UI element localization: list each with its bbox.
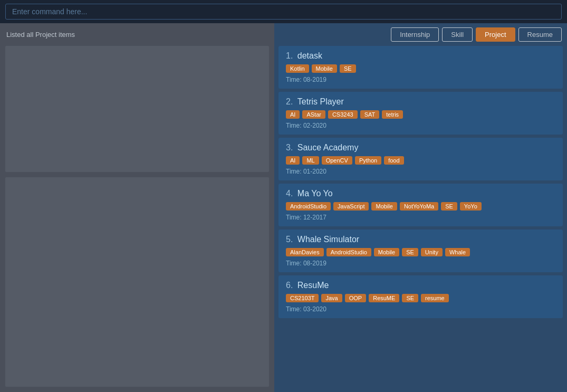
project-time-4: Time: 12-2017 bbox=[286, 214, 555, 221]
project-title-2: 2. Tetris Player bbox=[286, 97, 555, 107]
tag-sat: SAT bbox=[360, 110, 380, 119]
tag-row-3: AIMLOpenCVPythonfood bbox=[286, 156, 555, 165]
tag-astar: AStar bbox=[302, 110, 325, 119]
tag-yoyo: YoYo bbox=[460, 202, 482, 211]
tag-java: Java bbox=[321, 294, 342, 302]
tag-opencv: OpenCV bbox=[322, 156, 352, 165]
tag-se: SE bbox=[402, 248, 418, 256]
tag-row-2: AIAStarCS3243SATtetris bbox=[286, 110, 555, 119]
tag-python: Python bbox=[355, 156, 381, 165]
left-box-top bbox=[5, 46, 269, 172]
tag-row-6: CS2103TJavaOOPResuMESEresume bbox=[286, 294, 555, 302]
tag-tetris: tetris bbox=[382, 110, 403, 119]
tag-food: food bbox=[384, 156, 403, 165]
project-title-1: 1. detask bbox=[286, 51, 555, 61]
tag-se: SE bbox=[441, 202, 457, 211]
tag-resume: ResuME bbox=[369, 294, 399, 302]
project-number-1: 1. bbox=[286, 51, 295, 60]
tag-mobile: Mobile bbox=[312, 64, 337, 73]
tag-ai: AI bbox=[286, 156, 300, 165]
project-number-6: 6. bbox=[286, 281, 295, 290]
tag-cs2103t: CS2103T bbox=[286, 294, 319, 302]
project-name-5: Whale Simulator bbox=[297, 235, 359, 244]
tag-androidstudio: AndroidStudio bbox=[286, 202, 331, 211]
project-number-4: 4. bbox=[286, 189, 295, 198]
tag-mobile: Mobile bbox=[374, 248, 399, 256]
project-number-3: 3. bbox=[286, 143, 295, 152]
project-name-2: Tetris Player bbox=[297, 97, 344, 106]
tag-se: SE bbox=[402, 294, 418, 302]
tag-androidstudio: AndroidStudio bbox=[326, 248, 371, 256]
project-title-6: 6. ResuMe bbox=[286, 281, 555, 290]
tab-resume[interactable]: Resume bbox=[518, 27, 562, 42]
tag-javascript: JavaScript bbox=[333, 202, 369, 211]
left-panel: Listed all Project items bbox=[0, 23, 274, 392]
project-name-4: Ma Yo Yo bbox=[297, 189, 333, 198]
tag-row-5: AlanDaviesAndroidStudioMobileSEUnityWhal… bbox=[286, 248, 555, 256]
project-title-4: 4. Ma Yo Yo bbox=[286, 189, 555, 198]
project-card-4: 4. Ma Yo YoAndroidStudioJavaScriptMobile… bbox=[278, 184, 563, 226]
project-name-6: ResuMe bbox=[297, 281, 329, 290]
tab-skill[interactable]: Skill bbox=[442, 27, 473, 42]
project-card-1: 1. detaskKotlinMobileSETime: 08-2019 bbox=[278, 46, 563, 89]
status-text: Listed all Project items bbox=[5, 28, 269, 41]
main-layout: Listed all Project items InternshipSkill… bbox=[0, 23, 567, 392]
project-list: 1. detaskKotlinMobileSETime: 08-20192. T… bbox=[274, 46, 567, 392]
tag-kotlin: Kotlin bbox=[286, 64, 309, 73]
tag-ai: AI bbox=[286, 110, 300, 119]
tag-alandavies: AlanDavies bbox=[286, 248, 324, 256]
command-bar bbox=[0, 0, 567, 23]
tag-whale: Whale bbox=[445, 248, 470, 256]
tag-ml: ML bbox=[302, 156, 319, 165]
project-time-6: Time: 03-2020 bbox=[286, 305, 555, 313]
project-card-5: 5. Whale SimulatorAlanDaviesAndroidStudi… bbox=[278, 230, 563, 272]
right-panel: InternshipSkillProjectResume 1. detaskKo… bbox=[274, 23, 567, 392]
project-time-2: Time: 02-2020 bbox=[286, 122, 555, 129]
project-time-3: Time: 01-2020 bbox=[286, 168, 555, 175]
tag-unity: Unity bbox=[421, 248, 443, 256]
tag-oop: OOP bbox=[345, 294, 366, 302]
tag-notyoyoma: NotYoYoMa bbox=[400, 202, 438, 211]
project-name-3: Sauce Academy bbox=[297, 143, 359, 152]
project-card-2: 2. Tetris PlayerAIAStarCS3243SATtetrisTi… bbox=[278, 92, 563, 135]
project-number-2: 2. bbox=[286, 97, 295, 106]
left-box-bottom bbox=[5, 177, 269, 387]
project-time-5: Time: 08-2019 bbox=[286, 260, 555, 267]
project-card-3: 3. Sauce AcademyAIMLOpenCVPythonfoodTime… bbox=[278, 138, 563, 180]
tag-mobile: Mobile bbox=[371, 202, 397, 211]
tag-row-4: AndroidStudioJavaScriptMobileNotYoYoMaSE… bbox=[286, 202, 555, 211]
tag-cs3243: CS3243 bbox=[328, 110, 358, 119]
tab-bar: InternshipSkillProjectResume bbox=[274, 23, 567, 46]
project-name-1: detask bbox=[297, 51, 322, 60]
tab-internship[interactable]: Internship bbox=[391, 27, 439, 42]
command-input[interactable] bbox=[5, 4, 562, 20]
project-time-1: Time: 08-2019 bbox=[286, 76, 555, 83]
tag-resume: resume bbox=[421, 294, 449, 302]
project-card-6: 6. ResuMeCS2103TJavaOOPResuMESEresumeTim… bbox=[278, 275, 563, 318]
project-title-3: 3. Sauce Academy bbox=[286, 143, 555, 152]
project-number-5: 5. bbox=[286, 235, 295, 244]
tag-row-1: KotlinMobileSE bbox=[286, 64, 555, 73]
tag-se: SE bbox=[340, 64, 356, 73]
project-title-5: 5. Whale Simulator bbox=[286, 235, 555, 244]
tab-project[interactable]: Project bbox=[476, 27, 515, 42]
